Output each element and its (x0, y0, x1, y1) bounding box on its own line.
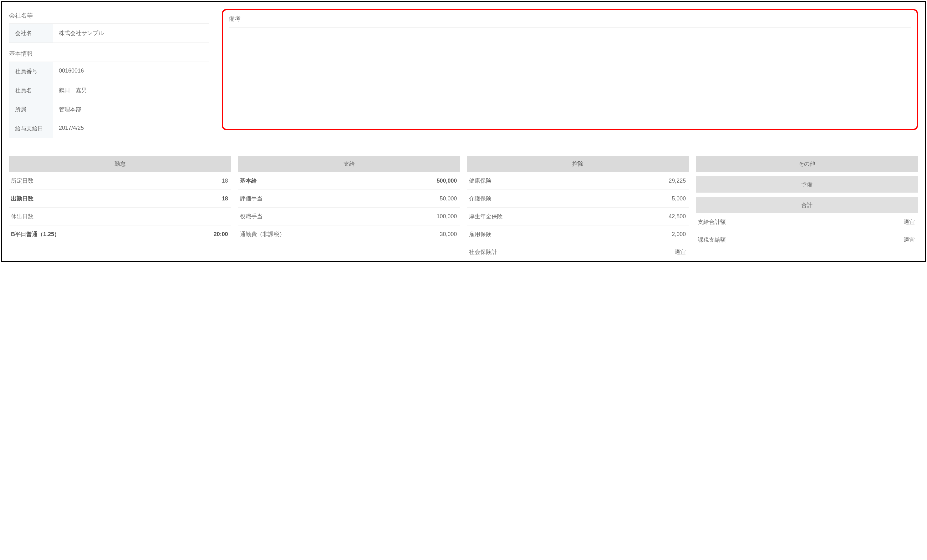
stat-label: 基本給 (240, 177, 257, 185)
stat-row-position-allowance: 役職手当 100,000 (238, 208, 460, 225)
stat-value: 適宜 (904, 218, 915, 226)
payment-date-value: 2017/4/25 (53, 119, 209, 138)
attendance-header: 勤怠 (9, 156, 231, 172)
company-section-heading: 会社名等 (9, 12, 209, 20)
department-row: 所属 管理本部 (9, 100, 209, 119)
stat-label: 課税支給額 (698, 236, 726, 244)
attendance-column: 勤怠 所定日数 18 出勤日数 18 休出日数 B平日普通（1.25） 20:0… (9, 156, 231, 261)
stat-label: 雇用保険 (469, 231, 491, 238)
payment-header: 支給 (238, 156, 460, 172)
stat-label: 社会保険計 (469, 248, 497, 256)
stats-grid: 勤怠 所定日数 18 出勤日数 18 休出日数 B平日普通（1.25） 20:0… (9, 156, 918, 261)
company-section: 会社名等 会社名 株式会社サンプル (9, 12, 209, 43)
stat-row-holiday-work-days: 休出日数 (9, 208, 231, 225)
stat-value: 30,000 (439, 231, 457, 238)
stat-label: 通勤費（非課税） (240, 231, 285, 238)
stat-label: 所定日数 (11, 177, 33, 185)
basic-info-section: 基本情報 社員番号 00160016 社員名 鶴田 嘉男 所属 管理本部 (9, 50, 209, 138)
stat-row-payment-total: 支給合計額 適宜 (696, 213, 918, 231)
other-column: その他 予備 合計 支給合計額 適宜 課税支給額 適宜 (696, 156, 918, 261)
stat-label: 厚生年金保険 (469, 212, 503, 220)
employee-name-row: 社員名 鶴田 嘉男 (9, 81, 209, 100)
payment-date-label: 給与支給日 (9, 119, 53, 138)
employee-name-label: 社員名 (9, 81, 53, 100)
stat-row-scheduled-days: 所定日数 18 (9, 172, 231, 190)
stat-label: 評価手当 (240, 195, 263, 202)
stat-row-overtime-b: B平日普通（1.25） 20:00 (9, 225, 231, 243)
stat-label: B平日普通（1.25） (11, 231, 60, 238)
employee-number-value: 00160016 (53, 62, 209, 80)
stat-value: 18 (222, 178, 228, 184)
stat-label: 支給合計額 (698, 218, 726, 226)
stat-label: 介護保険 (469, 195, 491, 202)
payment-date-row: 給与支給日 2017/4/25 (9, 119, 209, 138)
stat-value: 500,000 (436, 178, 457, 184)
employee-name-value: 鶴田 嘉男 (53, 81, 209, 100)
deduction-column: 控除 健康保険 29,225 介護保険 5,000 厚生年金保険 42,800 … (467, 156, 689, 261)
department-value: 管理本部 (53, 100, 209, 119)
stat-value: 5,000 (672, 196, 686, 202)
basic-info-heading: 基本情報 (9, 50, 209, 58)
remarks-textarea[interactable] (229, 27, 911, 121)
stat-row-evaluation-allowance: 評価手当 50,000 (238, 190, 460, 208)
employee-number-row: 社員番号 00160016 (9, 62, 209, 81)
company-table: 会社名 株式会社サンプル (9, 23, 209, 43)
stat-value: 100,000 (436, 213, 457, 220)
company-name-value: 株式会社サンプル (53, 24, 209, 42)
stat-label: 健康保険 (469, 177, 491, 185)
stat-value: 29,225 (669, 178, 686, 184)
remarks-highlight-box: 備考 (222, 9, 918, 130)
stat-row-social-insurance-total: 社会保険計 適宜 (467, 243, 689, 261)
payment-column: 支給 基本給 500,000 評価手当 50,000 役職手当 100,000 … (238, 156, 460, 261)
basic-info-table: 社員番号 00160016 社員名 鶴田 嘉男 所属 管理本部 給与支給日 20… (9, 62, 209, 138)
remarks-heading: 備考 (229, 15, 911, 23)
stat-row-commute-allowance: 通勤費（非課税） 30,000 (238, 225, 460, 243)
stat-value: 20:00 (214, 231, 228, 238)
stat-row-base-salary: 基本給 500,000 (238, 172, 460, 190)
company-name-row: 会社名 株式会社サンプル (9, 24, 209, 42)
department-label: 所属 (9, 100, 53, 119)
deduction-header: 控除 (467, 156, 689, 172)
stat-row-health-insurance: 健康保険 29,225 (467, 172, 689, 190)
stat-value: 2,000 (672, 231, 686, 238)
stat-row-employment-insurance: 雇用保険 2,000 (467, 225, 689, 243)
employee-number-label: 社員番号 (9, 62, 53, 80)
stat-label: 役職手当 (240, 212, 263, 220)
stat-row-pension-insurance: 厚生年金保険 42,800 (467, 208, 689, 225)
stat-row-care-insurance: 介護保険 5,000 (467, 190, 689, 208)
stat-row-work-days: 出勤日数 18 (9, 190, 231, 208)
stat-value: 42,800 (669, 213, 686, 220)
stat-row-taxable-payment: 課税支給額 適宜 (696, 231, 918, 249)
stat-label: 休出日数 (11, 212, 33, 220)
company-name-label: 会社名 (9, 24, 53, 42)
total-header: 合計 (696, 197, 918, 213)
stat-value: 適宜 (675, 248, 686, 256)
reserve-header: 予備 (696, 176, 918, 193)
stat-value: 50,000 (439, 196, 457, 202)
stat-label: 出勤日数 (11, 195, 33, 202)
stat-value: 適宜 (904, 236, 915, 244)
stat-value: 18 (222, 196, 228, 202)
other-header: その他 (696, 156, 918, 172)
